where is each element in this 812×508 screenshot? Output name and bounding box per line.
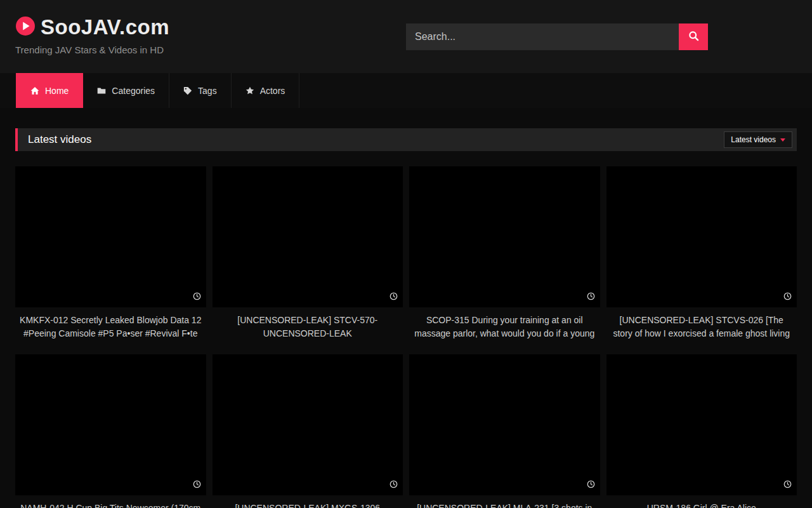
video-card: [UNCENSORED-LEAK] MXGS-1306 Absolutely bbox=[213, 354, 403, 508]
video-card: URSM-186 Girl @ Era Alice bbox=[606, 354, 797, 508]
nav-item-tags[interactable]: Tags bbox=[169, 73, 232, 108]
nav-item-label: Categories bbox=[112, 86, 155, 96]
video-thumbnail[interactable] bbox=[606, 166, 797, 307]
clock-icon bbox=[193, 479, 201, 491]
video-title[interactable]: URSM-186 Girl @ Era Alice bbox=[609, 502, 795, 508]
video-title[interactable]: [UNCENSORED-LEAK] MXGS-1306 Absolutely bbox=[215, 502, 401, 508]
video-thumbnail[interactable] bbox=[213, 166, 403, 307]
video-thumbnail[interactable] bbox=[15, 354, 206, 495]
play-circle-icon bbox=[15, 16, 36, 39]
video-title[interactable]: NAMH-042 H Cup Big Tits Newcomer (170cm … bbox=[18, 502, 204, 508]
video-title[interactable]: KMKFX-012 Secretly Leaked Blowjob Data 1… bbox=[18, 314, 204, 340]
site-tagline: Trending JAV Stars & Videos in HD bbox=[15, 44, 169, 55]
section-header: Latest videos Latest videos bbox=[15, 128, 797, 151]
chevron-down-icon bbox=[780, 138, 785, 142]
sort-dropdown-label: Latest videos bbox=[731, 135, 776, 144]
nav-item-actors[interactable]: Actors bbox=[232, 73, 300, 108]
clock-icon bbox=[587, 479, 595, 491]
search-input[interactable] bbox=[406, 23, 679, 50]
video-thumbnail[interactable] bbox=[213, 354, 403, 495]
nav-item-categories[interactable]: Categories bbox=[83, 73, 169, 108]
star-icon bbox=[246, 86, 254, 95]
clock-icon bbox=[783, 479, 792, 491]
video-title[interactable]: SCOP-315 During your training at an oil … bbox=[412, 314, 598, 340]
site-title[interactable]: SooJAV.com bbox=[41, 15, 169, 39]
video-thumbnail[interactable] bbox=[15, 166, 206, 307]
home-icon bbox=[30, 86, 39, 95]
tag-icon bbox=[183, 86, 192, 95]
site-logo[interactable]: SooJAV.com bbox=[15, 15, 169, 39]
video-thumbnail[interactable] bbox=[606, 354, 797, 495]
nav-item-label: Tags bbox=[198, 86, 217, 96]
video-thumbnail[interactable] bbox=[409, 354, 600, 495]
video-card: SCOP-315 During your training at an oil … bbox=[409, 166, 600, 340]
video-thumbnail[interactable] bbox=[409, 166, 600, 307]
video-card: [UNCENSORED-LEAK] STCVS-026 [The story o… bbox=[606, 166, 797, 340]
nav-item-label: Home bbox=[45, 86, 69, 96]
video-card: NAMH-042 H Cup Big Tits Newcomer (170cm … bbox=[15, 354, 206, 508]
section-title: Latest videos bbox=[18, 133, 91, 146]
search-button[interactable] bbox=[679, 23, 708, 50]
video-title[interactable]: [UNCENSORED-LEAK] STCVS-026 [The story o… bbox=[609, 314, 795, 340]
video-card: [UNCENSORED-LEAK] STCV-570-UNCENSORED-LE… bbox=[213, 166, 403, 340]
search-bar bbox=[406, 23, 708, 50]
logo-block: SooJAV.com Trending JAV Stars & Videos i… bbox=[15, 15, 169, 55]
folder-icon bbox=[97, 86, 106, 95]
sort-dropdown-button[interactable]: Latest videos bbox=[724, 131, 792, 148]
clock-icon bbox=[390, 291, 398, 303]
video-title[interactable]: [UNCENSORED-LEAK] MLA-231 [3 shots in bbox=[412, 502, 598, 508]
video-title[interactable]: [UNCENSORED-LEAK] STCV-570-UNCENSORED-LE… bbox=[215, 314, 401, 340]
video-card: KMKFX-012 Secretly Leaked Blowjob Data 1… bbox=[15, 166, 206, 340]
clock-icon bbox=[587, 291, 595, 303]
clock-icon bbox=[783, 291, 792, 303]
video-card: [UNCENSORED-LEAK] MLA-231 [3 shots in bbox=[409, 354, 600, 508]
clock-icon bbox=[193, 291, 201, 303]
main-nav: Home Categories Tags Actors bbox=[0, 73, 812, 108]
nav-item-label: Actors bbox=[260, 86, 285, 96]
clock-icon bbox=[390, 479, 398, 491]
main-content: Latest videos Latest videos KMKFX-012 Se… bbox=[0, 128, 812, 508]
search-icon bbox=[688, 30, 699, 43]
nav-item-home[interactable]: Home bbox=[16, 73, 83, 108]
video-grid: KMKFX-012 Secretly Leaked Blowjob Data 1… bbox=[0, 166, 812, 508]
site-header: SooJAV.com Trending JAV Stars & Videos i… bbox=[0, 0, 812, 73]
